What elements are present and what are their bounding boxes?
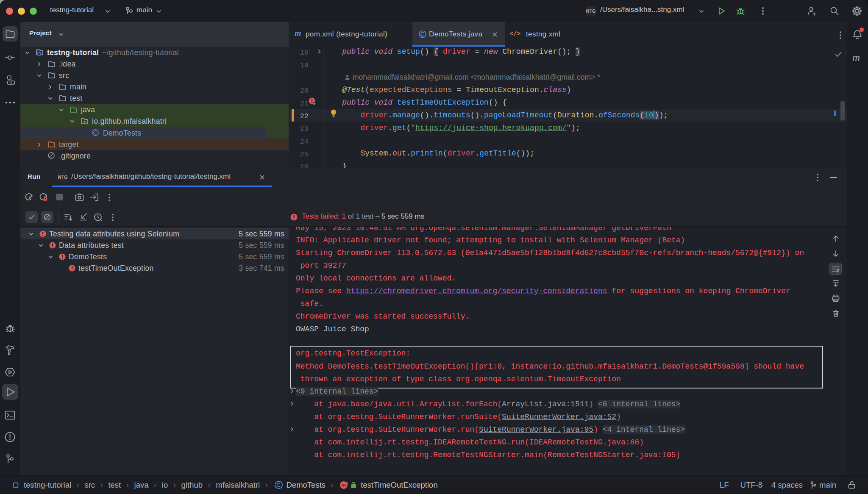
svg-text:m: m (342, 482, 347, 488)
